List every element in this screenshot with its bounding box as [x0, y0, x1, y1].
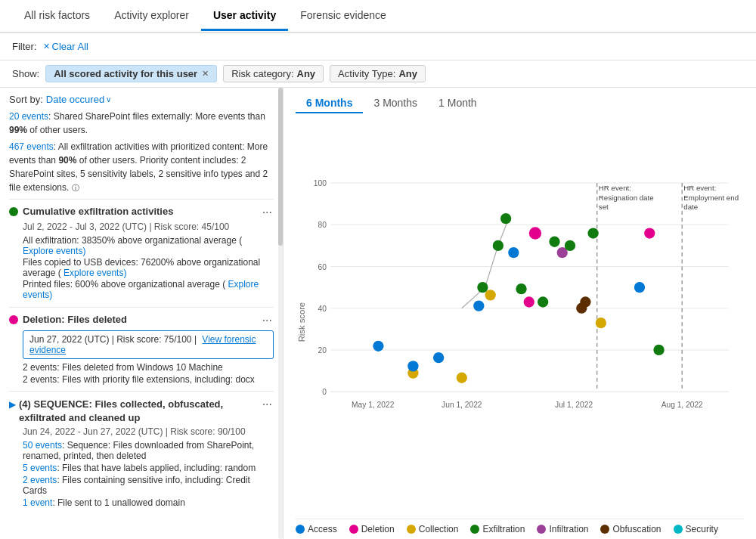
activity-type-chip[interactable]: Activity Type: Any	[330, 65, 426, 82]
left-panel: Sort by: Date occured ∨ 20 events: Share…	[0, 88, 284, 539]
svg-point-34	[477, 282, 488, 293]
deletion-label: Deletion	[361, 524, 395, 534]
sort-bar: Sort by: Date occured ∨	[0, 91, 283, 110]
explore-link-1[interactable]: Explore events)	[23, 246, 85, 256]
risk-cat-value: Any	[297, 68, 316, 79]
scrollbar-thumb[interactable]	[278, 88, 283, 246]
svg-point-49	[596, 318, 606, 328]
svg-text:0: 0	[322, 388, 327, 396]
tab-3months[interactable]: 3 Months	[363, 94, 428, 113]
deletion-detail-1: 2 events: Files deleted from Windows 10 …	[23, 362, 274, 373]
svg-point-32	[457, 373, 467, 383]
svg-text:Resignation date: Resignation date	[599, 194, 654, 202]
svg-text:set: set	[599, 203, 609, 211]
svg-point-35	[485, 290, 495, 300]
security-dot	[674, 525, 683, 534]
svg-point-37	[500, 213, 511, 224]
cumulative-menu-icon[interactable]: ···	[261, 206, 274, 219]
top-nav: All risk factors Activity explorer User …	[0, 0, 756, 33]
svg-text:HR event:: HR event:	[683, 184, 716, 192]
intro-event-1: 20 events: Shared SharePoint files exter…	[9, 110, 274, 137]
intro-event-2-link[interactable]: 467 events	[9, 141, 54, 152]
access-dot	[296, 525, 305, 534]
tab-1month[interactable]: 1 Month	[428, 94, 488, 113]
intro-events: 20 events: Shared SharePoint files exter…	[0, 110, 283, 199]
scrollbar-track	[278, 88, 283, 539]
svg-text:Employment end: Employment end	[683, 194, 739, 202]
sequence-meta: Jun 24, 2022 - Jun 27, 2022 (UTC) | Risk…	[23, 426, 274, 437]
seq-detail-4: 1 event: File sent to 1 unallowed domain	[23, 497, 274, 508]
risk-category-chip[interactable]: Risk category: Any	[223, 65, 324, 82]
explore-link-3[interactable]: Explore events)	[23, 279, 259, 300]
filter-label: Filter:	[12, 41, 37, 52]
seq-link-2[interactable]: 5 events	[23, 463, 57, 473]
show-value: All scored activity for this user	[54, 68, 197, 79]
tab-forensic[interactable]: Forensic evidence	[288, 2, 398, 31]
svg-point-38	[508, 247, 519, 258]
cumulative-detail-2: Files copied to USB devices: 76200% abov…	[23, 257, 274, 278]
cumulative-detail-3: Printed files: 600% above organizational…	[23, 279, 274, 300]
sequence-chevron-icon[interactable]: ▶	[9, 399, 16, 410]
info-icon: ⓘ	[72, 184, 79, 192]
main-content: Sort by: Date occured ∨ 20 events: Share…	[0, 88, 756, 539]
seq-detail-3: 2 events: Files containing sensitive inf…	[23, 475, 274, 496]
cumulative-icon	[9, 207, 18, 216]
intro-pct-1: 99%	[9, 125, 27, 135]
legend-security: Security	[674, 524, 718, 534]
sort-chevron-icon: ∨	[106, 95, 111, 104]
legend-exfiltration: Exfiltration	[470, 524, 525, 534]
legend-access: Access	[296, 524, 337, 534]
sort-value[interactable]: Date occured	[46, 94, 104, 105]
right-panel: 6 Months 3 Months 1 Month Risk score 100…	[284, 88, 756, 539]
legend-infiltration: Infiltration	[537, 524, 588, 534]
deletion-menu-icon[interactable]: ···	[261, 314, 274, 327]
legend: Access Deletion Collection Exfiltration …	[296, 519, 744, 536]
svg-point-41	[529, 227, 541, 239]
cumulative-title: Cumulative exfiltration activities	[23, 206, 173, 217]
svg-point-43	[549, 237, 559, 247]
svg-text:date: date	[683, 203, 698, 211]
show-pill[interactable]: All scored activity for this user ✕	[45, 65, 217, 82]
svg-point-40	[524, 296, 534, 307]
svg-point-30	[407, 361, 418, 371]
filter-x-icon: ✕	[43, 42, 50, 51]
svg-text:20: 20	[318, 346, 327, 355]
tab-6months[interactable]: 6 Months	[296, 94, 363, 113]
security-label: Security	[686, 524, 718, 534]
cumulative-card: Cumulative exfiltration activities ··· J…	[9, 199, 274, 307]
seq-detail-2: 5 events: Files that have labels applied…	[23, 463, 274, 473]
svg-text:Jun 1, 2022: Jun 1, 2022	[442, 401, 482, 409]
svg-point-36	[493, 240, 503, 251]
obfuscation-dot	[600, 525, 609, 534]
seq-link-3[interactable]: 2 events	[23, 475, 57, 485]
activity-type-value: Any	[398, 68, 417, 79]
tab-all-risk[interactable]: All risk factors	[12, 2, 102, 31]
tab-user-activity[interactable]: User activity	[201, 2, 288, 31]
svg-text:Aug 1, 2022: Aug 1, 2022	[662, 401, 703, 409]
exfiltration-dot	[470, 525, 479, 534]
svg-point-42	[538, 296, 548, 307]
explore-link-2[interactable]: Explore events)	[64, 268, 126, 278]
intro-event-1-link[interactable]: 20 events	[9, 111, 48, 122]
seq-detail-1: 50 events: Sequence: Files downloaded fr…	[23, 440, 274, 461]
activity-type-label: Activity Type:	[338, 68, 395, 79]
show-close-icon[interactable]: ✕	[202, 69, 209, 79]
risk-cat-label: Risk category:	[231, 68, 293, 79]
filter-bar: Filter: ✕ Clear All	[0, 33, 756, 60]
intro-event-1-text: : Shared SharePoint files externally: Mo…	[48, 111, 265, 122]
filter-clear-button[interactable]: ✕ Clear All	[43, 41, 88, 52]
sequence-title: (4) SEQUENCE: Files collected, obfuscate…	[19, 398, 261, 425]
svg-point-47	[580, 296, 590, 307]
svg-point-31	[433, 352, 444, 363]
deletion-title: Deletion: Files deleted	[23, 314, 127, 325]
time-tabs: 6 Months 3 Months 1 Month	[296, 94, 744, 113]
legend-obfuscation: Obfuscation	[600, 524, 661, 534]
svg-point-33	[473, 300, 484, 311]
tab-activity-explorer[interactable]: Activity explorer	[102, 2, 201, 31]
svg-point-39	[516, 283, 526, 294]
seq-link-1[interactable]: 50 events	[23, 440, 62, 451]
sequence-menu-icon[interactable]: ···	[261, 398, 274, 411]
seq-link-4[interactable]: 1 event	[23, 497, 52, 508]
infiltration-label: Infiltration	[549, 524, 588, 534]
svg-point-52	[653, 345, 664, 355]
